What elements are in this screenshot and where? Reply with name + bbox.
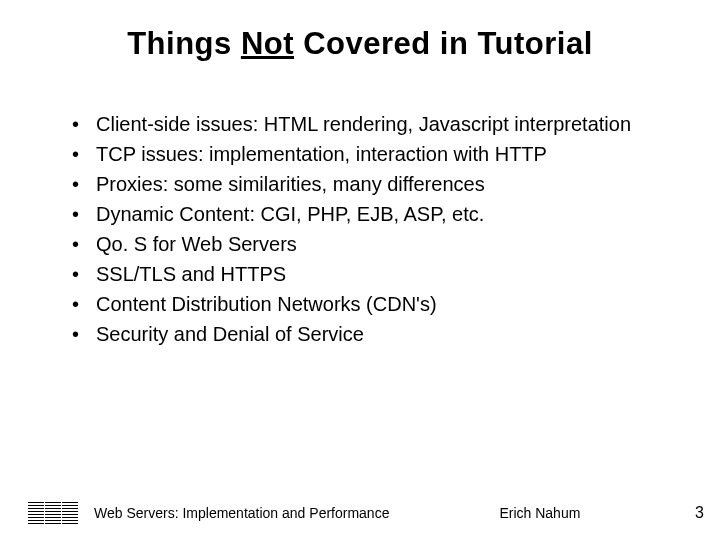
list-item: Content Distribution Networks (CDN's) <box>72 290 672 319</box>
title-post: Covered in Tutorial <box>294 26 593 61</box>
list-item: Proxies: some similarities, many differe… <box>72 170 672 199</box>
list-item: Client-side issues: HTML rendering, Java… <box>72 110 672 139</box>
list-item: Dynamic Content: CGI, PHP, EJB, ASP, etc… <box>72 200 672 229</box>
footer: Web Servers: Implementation and Performa… <box>0 502 720 525</box>
ibm-logo-icon <box>28 502 78 525</box>
list-item: Security and Denial of Service <box>72 320 672 349</box>
title-underlined: Not <box>241 26 294 61</box>
list-item: Qo. S for Web Servers <box>72 230 672 259</box>
bullet-list: Client-side issues: HTML rendering, Java… <box>48 110 672 349</box>
list-item: TCP issues: implementation, interaction … <box>72 140 672 169</box>
footer-title: Web Servers: Implementation and Performa… <box>94 505 389 521</box>
title-pre: Things <box>127 26 241 61</box>
slide: Things Not Covered in Tutorial Client-si… <box>0 0 720 540</box>
slide-title: Things Not Covered in Tutorial <box>48 26 672 62</box>
list-item: SSL/TLS and HTTPS <box>72 260 672 289</box>
page-number: 3 <box>695 504 704 522</box>
footer-author: Erich Nahum <box>499 505 580 521</box>
